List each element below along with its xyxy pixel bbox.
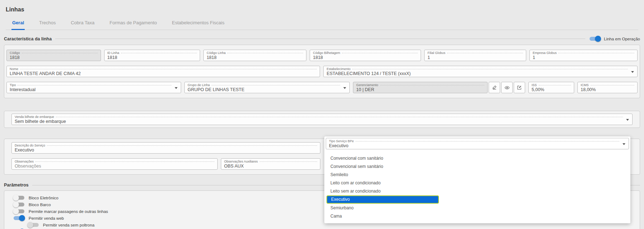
venda-bilhete-value: Sem bilhete de embarque: [15, 119, 623, 125]
codigo-field: Código 1818: [6, 50, 101, 61]
bloco-barco-label: Bloco Barco: [29, 203, 51, 207]
codigo-label: Código: [10, 51, 20, 55]
bloco-eletronico-switch[interactable]: [13, 195, 25, 201]
tab-label: Formas de Pagamento: [110, 20, 157, 25]
gerenciamento-group: Gerenciamento 10 | DER: [353, 82, 525, 93]
iss-field[interactable]: ISS 5,00%: [528, 82, 574, 93]
field-row-2: Nome LINHA TESTE ANDAR DE CIMA 42 Estabe…: [6, 66, 638, 77]
linha-em-operacao-label: Linha em Operação: [604, 37, 640, 41]
empresa-globus-field[interactable]: Empresa Globus 1: [529, 50, 638, 61]
tipo-servico-bpe-dropdown-popup: Tipo Serviço BPe Executivo Convencional …: [324, 136, 630, 223]
tipo-servico-bpe-field[interactable]: Tipo Serviço BPe Executivo: [326, 138, 629, 149]
chevron-down-icon: [623, 143, 625, 145]
icms-value: 18,00%: [581, 87, 634, 93]
id-linha-value: 1818: [107, 55, 197, 61]
chevron-down-icon: [631, 71, 634, 73]
gerenciamento-label: Gerenciamento: [356, 83, 378, 87]
option-convencional-sem-sanitario[interactable]: Convencional sem sanitário: [326, 162, 629, 170]
codigo-bilhetagem-label: Código Bilhetagem: [313, 51, 340, 55]
tipo-servico-bpe-label: Tipo Serviço BPe: [329, 139, 354, 143]
option-cama[interactable]: Cama: [326, 212, 629, 220]
codigo-bilhetagem-value: 1818: [313, 55, 418, 61]
codigo-linha-label: Código Linha: [207, 51, 226, 55]
tab-estabelecimentos-fiscais[interactable]: Estabelecimentos Fiscais: [171, 20, 225, 30]
option-convencional-com-sanitario[interactable]: Convencional com sanitário: [326, 154, 629, 162]
permitir-venda-web-label: Permitir venda web: [29, 216, 64, 220]
nome-value: LINHA TESTE ANDAR DE CIMA 42: [10, 71, 317, 77]
chevron-down-icon: [343, 87, 346, 89]
filial-globus-label: Filial Globus: [427, 51, 445, 55]
observacoes-field[interactable]: Observações Observações: [11, 158, 218, 170]
icms-field[interactable]: ICMS 18,00%: [577, 82, 638, 93]
codigo-linha-field[interactable]: Código Linha 1818: [203, 50, 306, 61]
filial-globus-field[interactable]: Filial Globus 1: [424, 50, 526, 61]
section-divider: [55, 39, 585, 39]
option-leito-sem-ar-condicionado[interactable]: Leito sem ar condicionado: [326, 187, 629, 195]
codigo-linha-value: 1818: [207, 55, 303, 61]
parametros-section-title: Parâmetros: [4, 183, 29, 188]
estabelecimento-value: ESTABELECIMENTO 124 / TESTE (xxxX): [326, 71, 628, 77]
option-semileito[interactable]: Semileito: [326, 170, 629, 179]
caracteristica-section-title: Característica da linha: [4, 36, 52, 41]
page-title: Linhas: [6, 6, 638, 13]
venda-bilhete-card: Venda bilhete de embarque Sem bilhete de…: [4, 111, 640, 128]
observacoes-auxiliares-value: OBS AUX: [224, 163, 317, 169]
permitir-venda-sem-poltrona-label: Permitir venda sem poltrona: [43, 223, 95, 227]
option-leito-com-ar-condicionado[interactable]: Leito com ar condicionado: [326, 179, 629, 187]
bloco-eletronico-label: Bloco Eletrônico: [29, 196, 58, 200]
estabelecimento-label: Estabelecimento: [326, 67, 350, 71]
edit-gerenciamento-button[interactable]: [514, 82, 525, 93]
id-linha-field[interactable]: ID Linha 1818: [104, 50, 200, 61]
tab-label: Trechos: [39, 20, 55, 25]
codigo-value: 1818: [10, 55, 98, 61]
option-executivo-selected[interactable]: Executivo: [326, 195, 629, 204]
bloco-barco-switch[interactable]: [13, 201, 25, 208]
permitir-venda-sem-poltrona-switch[interactable]: [27, 222, 39, 228]
iss-value: 5,00%: [532, 87, 571, 93]
caracteristica-section-header: Característica da linha Linha em Operaçã…: [4, 36, 640, 42]
linha-em-operacao-toggle[interactable]: Linha em Operação: [589, 36, 640, 42]
tipo-servico-bpe-options-list: Convencional com sanitário Convencional …: [326, 154, 629, 220]
observacoes-auxiliares-field[interactable]: Observações Auxiliares OBS AUX: [221, 158, 320, 170]
venda-bilhete-field[interactable]: Venda bilhete de embarque Sem bilhete de…: [11, 114, 633, 125]
tab-trechos[interactable]: Trechos: [38, 20, 56, 30]
id-linha-label: ID Linha: [107, 51, 120, 55]
tipo-value: Interestadual: [10, 87, 171, 93]
clear-gerenciamento-button[interactable]: [489, 82, 500, 93]
codigo-bilhetagem-field[interactable]: Código Bilhetagem 1818: [310, 50, 421, 61]
tipo-field[interactable]: Tipo Interestadual: [6, 82, 181, 93]
nome-field[interactable]: Nome LINHA TESTE ANDAR DE CIMA 42: [6, 66, 320, 77]
view-gerenciamento-button[interactable]: [501, 82, 513, 93]
field-row-1: Código 1818 ID Linha 1818 Código Linha 1…: [6, 50, 638, 61]
tab-label: Geral: [12, 20, 24, 25]
tipo-label: Tipo: [10, 83, 16, 87]
empresa-globus-label: Empresa Globus: [533, 51, 557, 55]
tab-cobra-taxa[interactable]: Cobra Taxa: [70, 20, 95, 30]
empresa-globus-value: 1: [533, 55, 634, 61]
gerenciamento-field: Gerenciamento 10 | DER: [353, 82, 488, 93]
permitir-venda-web-switch[interactable]: [13, 215, 25, 221]
tab-label: Cobra Taxa: [71, 20, 95, 25]
observacoes-auxiliares-label: Observações Auxiliares: [224, 160, 258, 163]
descricao-servico-field[interactable]: Descrição do Serviço Executivo: [11, 142, 320, 154]
observacoes-label: Observações: [15, 160, 34, 163]
estabelecimento-field[interactable]: Estabelecimento ESTABELECIMENTO 124 / TE…: [323, 66, 638, 77]
tab-label: Estabelecimentos Fiscais: [172, 20, 224, 25]
venda-bilhete-label: Venda bilhete de embarque: [15, 115, 54, 119]
eraser-icon: [492, 85, 497, 90]
tab-bar: Geral Trechos Cobra Taxa Formas de Pagam…: [6, 20, 638, 30]
iss-label: ISS: [532, 83, 537, 87]
tab-formas-de-pagamento[interactable]: Formas de Pagamento: [109, 20, 158, 30]
option-semiurbano[interactable]: Semiurbano: [326, 204, 629, 212]
descricao-servico-label: Descrição do Serviço: [15, 144, 45, 147]
caracteristica-card: Código 1818 ID Linha 1818 Código Linha 1…: [4, 45, 640, 98]
linha-em-operacao-switch[interactable]: [589, 36, 601, 42]
grupo-de-linha-field[interactable]: Grupo de Linha GRUPO DE LINHAS TESTE: [184, 82, 350, 93]
permite-marcar-passagens-label: Permite marcar passagens de outras linha…: [29, 209, 108, 214]
icms-label: ICMS: [581, 83, 589, 87]
descricao-servico-value: Executivo: [15, 147, 317, 153]
tab-geral[interactable]: Geral: [11, 20, 25, 30]
permite-marcar-passagens-switch[interactable]: [13, 208, 25, 214]
grupo-de-linha-label: Grupo de Linha: [188, 83, 210, 87]
page-header: Linhas Geral Trechos Cobra Taxa Formas d…: [0, 0, 644, 30]
